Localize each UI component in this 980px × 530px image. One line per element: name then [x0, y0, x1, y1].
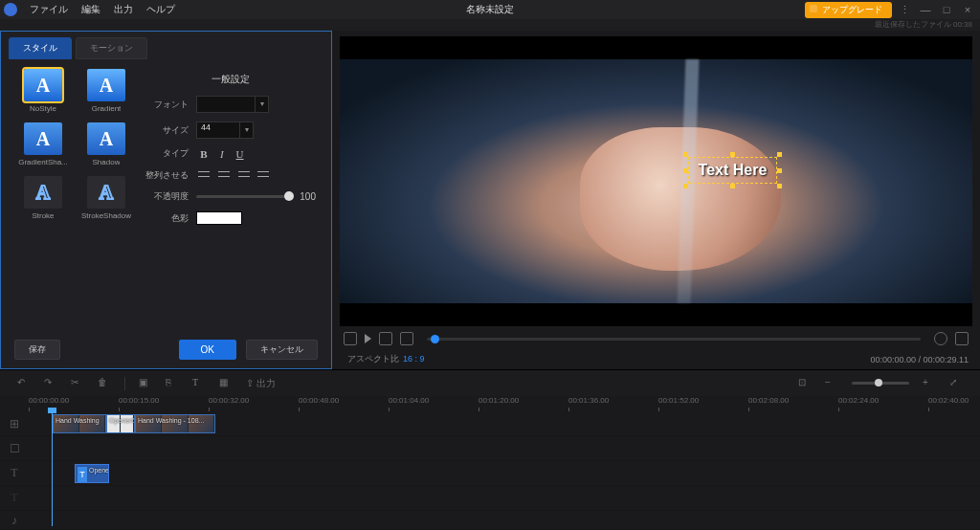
overlay-track[interactable] [29, 436, 980, 460]
trash-icon[interactable]: 🗑 [98, 377, 111, 390]
text-overlay-box[interactable]: Text Here [688, 157, 778, 184]
undo-icon[interactable]: ↶ [17, 377, 31, 390]
ruler-tick: 00:01:52.00 [658, 396, 699, 405]
style-label: GradientSha... [18, 158, 68, 166]
chevron-down-icon[interactable]: ▾ [240, 121, 254, 139]
play-button[interactable] [365, 334, 371, 343]
menu-ヘルプ[interactable]: ヘルプ [140, 4, 182, 14]
color-swatch[interactable] [196, 211, 242, 225]
style-tile-Gradient[interactable]: AGradient [81, 69, 131, 113]
tab-motion[interactable]: モーション [76, 37, 147, 59]
style-label: Stroke [32, 211, 54, 220]
tab-style[interactable]: スタイル [9, 37, 72, 59]
style-preview: A [87, 176, 125, 209]
cut-icon[interactable]: ✂ [71, 377, 84, 390]
snapshot-button[interactable] [934, 332, 947, 345]
maximize-icon[interactable]: □ [938, 4, 955, 15]
underline-button[interactable]: U [233, 148, 248, 160]
ok-button[interactable]: OK [179, 340, 236, 360]
general-settings-heading: 一般設定 [145, 73, 316, 86]
italic-button[interactable]: I [214, 148, 230, 160]
style-tile-Stroke[interactable]: AStroke [18, 176, 68, 220]
overlay-track-icon[interactable]: ☐ [0, 442, 29, 455]
ruler-tick: 00:01:20.00 [479, 396, 519, 405]
window-title: 名称未設定 [466, 3, 514, 16]
zoom-slider[interactable] [852, 382, 909, 385]
save-button[interactable]: 保存 [14, 340, 60, 360]
style-tile-GradientSha...[interactable]: AGradientSha... [18, 122, 68, 166]
ruler-tick: 00:00:00.00 [29, 396, 69, 405]
aspect-ratio: アスペクト比16 : 9 [344, 353, 425, 365]
playhead[interactable] [52, 411, 53, 526]
title-settings-panel: スタイル モーション ANoStyleAGradientAGradientSha… [0, 31, 332, 369]
zoom-in-icon[interactable]: + [923, 377, 936, 390]
zoom-out-icon[interactable]: − [825, 377, 838, 390]
ruler-tick: 00:02:40.00 [928, 396, 969, 405]
style-tile-NoStyle[interactable]: ANoStyle [18, 69, 68, 113]
style-label: Gradient [92, 104, 122, 113]
fullscreen-button[interactable] [955, 332, 969, 345]
style-preview: A [24, 122, 62, 155]
seek-bar[interactable] [427, 338, 921, 341]
text-clip[interactable]: TOpene [75, 464, 109, 483]
ruler-tick: 00:01:04.00 [389, 396, 429, 405]
video-track[interactable]: Hand WashingOpener6Hand Washing - 108... [29, 411, 980, 435]
zoom-to-fit-icon[interactable]: ⊡ [798, 377, 812, 390]
text-track[interactable]: TOpene [29, 461, 980, 485]
align-justify-icon[interactable] [256, 168, 271, 180]
text-track-2[interactable] [29, 486, 980, 510]
align-left-icon[interactable] [196, 168, 212, 180]
more-icon[interactable]: ⋮ [896, 4, 913, 16]
style-preview: A [24, 69, 62, 101]
opacity-value: 100 [300, 191, 316, 202]
ruler-tick: 00:00:48.00 [299, 396, 339, 405]
split-icon[interactable]: ⎘ [166, 377, 179, 390]
chevron-down-icon[interactable]: ▾ [256, 96, 269, 113]
video-preview[interactable]: Text Here [340, 36, 972, 326]
menu-出力[interactable]: 出力 [107, 4, 140, 14]
timeline-toolbar: ↶ ↷ ✂ 🗑 ▣ ⎘ T ▦ ⇪ 出力 ⊡ − + ⤢ [0, 369, 980, 396]
video-clip[interactable]: Opener6 [106, 414, 135, 433]
ruler-tick: 00:02:24.00 [838, 396, 879, 405]
zoom-full-icon[interactable]: ⤢ [949, 377, 963, 390]
stop-button[interactable] [400, 332, 413, 345]
mosaic-icon[interactable]: ▦ [219, 377, 233, 390]
ruler-tick: 00:00:15.00 [119, 396, 159, 405]
audio-track-icon[interactable]: ♪ [0, 514, 29, 527]
style-label: Shadow [93, 158, 121, 166]
next-frame-button[interactable] [379, 332, 392, 345]
video-clip[interactable]: Hand Washing [53, 414, 106, 433]
align-right-icon[interactable] [236, 168, 252, 180]
export-button[interactable]: ⇪ 出力 [246, 377, 276, 390]
style-preview: A [24, 176, 62, 209]
bold-button[interactable]: B [196, 148, 212, 160]
size-input[interactable]: 44 [196, 121, 240, 139]
align-label: 整列させる [145, 169, 196, 182]
prev-frame-button[interactable] [344, 332, 357, 345]
audio-track[interactable] [29, 511, 980, 529]
menu-編集[interactable]: 編集 [75, 4, 107, 14]
ruler-tick: 00:00:32.00 [209, 396, 249, 405]
style-label: StrokeShadow [81, 211, 131, 220]
video-track-icon[interactable]: ⊞ [0, 417, 29, 431]
style-tile-StrokeShadow[interactable]: AStrokeShadow [81, 176, 131, 220]
cancel-button[interactable]: キャンセル [246, 340, 318, 360]
last-saved-bar: 最近保存したファイル 00:38 [0, 19, 980, 31]
timeline-ruler[interactable]: 00:00:00.0000:00:15.0000:00:32.0000:00:4… [29, 396, 980, 411]
minimize-icon[interactable]: — [917, 4, 934, 15]
font-select[interactable] [196, 96, 256, 113]
timeline-tracks: ⊞ Hand WashingOpener6Hand Washing - 108.… [0, 411, 980, 526]
opacity-slider[interactable] [196, 195, 294, 198]
text-track-2-icon[interactable]: T [0, 491, 29, 505]
ruler-tick: 00:01:36.00 [568, 396, 609, 405]
style-tile-Shadow[interactable]: AShadow [81, 122, 131, 166]
crop-icon[interactable]: ▣ [139, 377, 152, 390]
redo-icon[interactable]: ↷ [44, 377, 57, 390]
align-center-icon[interactable] [216, 168, 232, 180]
close-icon[interactable]: × [959, 4, 976, 15]
text-tool-icon[interactable]: T [192, 377, 206, 390]
upgrade-button[interactable]: アップグレード [805, 2, 892, 18]
menu-ファイル[interactable]: ファイル [23, 4, 75, 14]
video-clip[interactable]: Hand Washing - 108... [135, 414, 215, 433]
text-track-icon[interactable]: T [0, 466, 29, 480]
